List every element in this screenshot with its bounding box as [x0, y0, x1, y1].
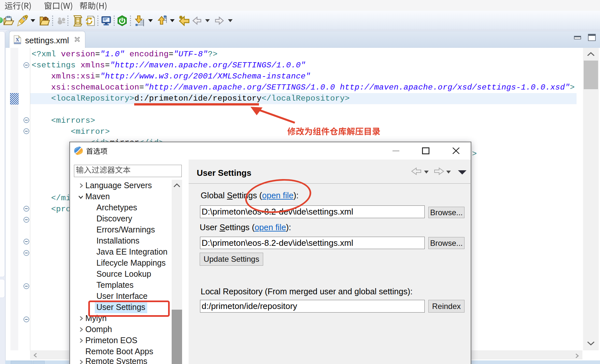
- svg-text:X: X: [16, 37, 19, 42]
